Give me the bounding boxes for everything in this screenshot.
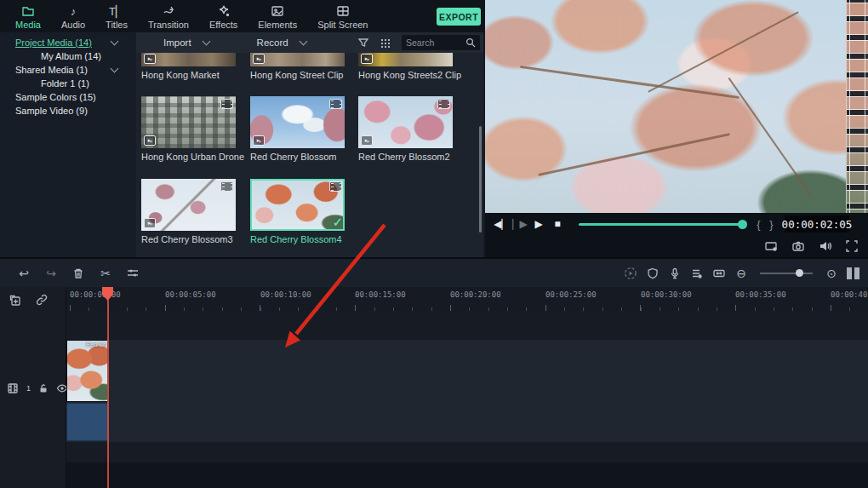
film-clip-icon [220,181,233,192]
stop-button[interactable]: ■ [548,218,567,230]
tab-label: Elements [258,20,297,30]
undo-icon[interactable]: ↩ [10,267,37,280]
music-note-icon: ♪ [71,4,77,18]
timeline-section: ↩ ↪ ✂ ⊖ ⊙ [0,257,868,488]
branch-decoration [648,11,799,93]
sidebar-item-label: My Album (14) [41,51,101,61]
mark-out-button[interactable]: } [765,218,778,231]
sidebar-item-label: Sample Video (9) [15,106,88,116]
redo-icon[interactable]: ↪ [37,267,65,280]
display-settings-icon[interactable] [764,239,778,253]
tab-media[interactable]: Media [5,0,51,32]
sidebar-item-sample-colors[interactable]: Sample Colors (15) [0,90,136,104]
clip-video-thumbnail[interactable]: Red Ch [66,340,108,402]
media-item-label: Hong Kong Market [141,70,236,80]
picture-icon [271,4,284,18]
chevron-down-icon[interactable] [111,65,119,73]
clip-audio-block[interactable] [66,403,108,441]
tab-label: Transition [148,20,189,30]
sidebar-item-my-album[interactable]: My Album (14) [0,49,136,63]
tab-effects[interactable]: Effects [199,0,248,32]
grid-view-icon[interactable] [380,38,390,48]
tab-split-screen[interactable]: Split Screen [307,0,378,32]
lock-icon[interactable] [38,383,49,393]
media-thumbnail [141,96,236,148]
export-button[interactable]: EXPORT [437,8,481,26]
chevron-down-icon[interactable] [111,37,119,46]
ruler-label: 00:00:25:00 [545,290,597,299]
check-icon: ✓ [332,215,343,230]
media-item-label: Hong Kong Urban Drone [141,152,236,162]
split-scissors-icon[interactable]: ✂ [92,267,119,280]
timeline-clip[interactable]: Red Ch [66,340,108,442]
media-item[interactable]: Hong Kong Street Clip [250,53,345,80]
media-item[interactable]: Red Cherry Blossom [250,96,345,162]
fullscreen-icon[interactable] [846,240,858,252]
media-item[interactable]: Red Cherry Blossom3 [141,179,236,244]
media-thumbnail [141,53,236,66]
tab-elements[interactable]: Elements [248,0,307,32]
sidebar-item-sample-video[interactable]: Sample Video (9) [0,104,136,118]
mark-in-button[interactable]: { [752,218,765,231]
ruler-label: 00:00:35:00 [735,290,786,299]
link-icon[interactable] [36,294,48,307]
media-library-panel: Import Record Hong Kong Market [136,32,483,257]
delete-trash-icon[interactable] [65,267,92,279]
add-track-icon[interactable] [9,294,22,307]
tab-transition[interactable]: Transition [138,0,199,32]
filmora-app-window: Media ♪ Audio T▏ Titles Transition Effec… [0,0,868,488]
film-clip-icon [329,99,342,109]
timeline-track-area[interactable]: Red Ch [66,311,868,488]
media-scrollbar[interactable] [479,126,482,233]
zoom-slider-thumb[interactable] [796,269,803,277]
sidebar-item-folder-1[interactable]: Folder 1 (1) [0,77,136,90]
media-toolbar: Import Record [136,32,483,53]
clip-label: Red Ch [86,342,106,347]
media-sidebar: Project Media (14) My Album (14) Shared … [0,32,136,257]
filter-icon[interactable] [358,37,368,48]
playback-progress-slider[interactable] [579,223,745,226]
play-button[interactable]: ▶ [529,218,548,230]
zoom-out-icon[interactable]: ⊖ [734,267,748,280]
search-input[interactable] [406,37,465,48]
media-item[interactable]: Hong Kong Market [141,53,236,80]
sidebar-item-project-media[interactable]: Project Media (14) [0,36,136,49]
shield-mark-icon[interactable] [646,267,660,279]
render-preview-icon[interactable] [624,267,637,280]
record-button[interactable]: Record [248,37,315,48]
sidebar-item-shared-media[interactable]: Shared Media (1) [0,63,136,77]
tab-audio[interactable]: ♪ Audio [51,0,95,32]
zoom-in-icon[interactable]: ⊙ [825,267,838,280]
timeline-bottom-strip [66,462,868,488]
adjust-settings-icon[interactable] [119,267,146,279]
media-item[interactable]: Red Cherry Blossom2 [358,96,453,162]
tab-label: Titles [106,20,128,30]
tab-titles[interactable]: T▏ Titles [95,0,138,32]
filmstrip-decoration [846,0,868,213]
playback-slider-thumb[interactable] [738,220,747,229]
media-item-selected[interactable]: ✓ Red Cherry Blossom4 [250,179,345,244]
sidebar-item-label: Project Media (14) [15,37,92,48]
track-manager-icon[interactable] [847,267,859,279]
timeline-toolbar: ↩ ↪ ✂ ⊖ ⊙ [0,259,868,287]
video-preview[interactable] [485,0,868,213]
ruler-label: 00:00:05:00 [165,290,216,299]
fit-to-timeline-icon[interactable] [712,267,726,279]
import-button[interactable]: Import [155,37,218,48]
previous-frame-button[interactable]: ◀ [492,218,511,230]
media-item-label: Hong Kong Streets2 Clip [358,70,453,80]
microphone-icon[interactable] [668,267,682,279]
snapshot-camera-icon[interactable] [791,239,805,253]
timeline-zoom-slider[interactable] [760,273,813,274]
search-icon[interactable] [465,37,476,48]
step-forward-button[interactable]: ▶ [511,218,529,230]
video-track-1[interactable] [66,340,868,442]
media-thumbnail [250,53,345,66]
audio-mixer-icon[interactable] [690,267,704,279]
track-number: 1 [26,384,31,393]
media-item[interactable]: Hong Kong Streets2 Clip [358,53,453,80]
timeline-ruler[interactable]: 00:00:00:00 00:00:05:00 00:00:10:00 00:0… [66,287,868,311]
media-item-label: Hong Kong Street Clip [250,70,345,80]
media-item[interactable]: Hong Kong Urban Drone [141,96,236,162]
volume-icon[interactable] [819,239,832,253]
